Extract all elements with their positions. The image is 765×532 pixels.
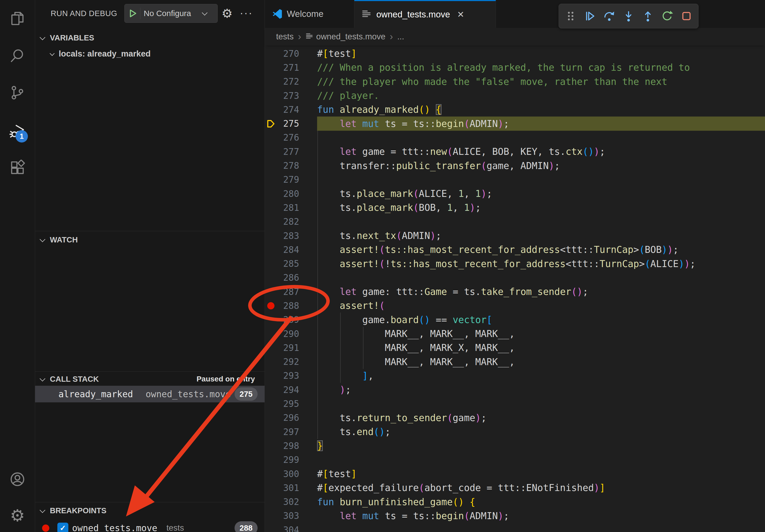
line-number[interactable]: 271 [277,62,299,73]
line-number[interactable]: 289 [277,315,299,325]
line-number[interactable]: 283 [277,231,299,241]
line-number[interactable]: 279 [277,174,299,185]
gutter[interactable] [265,47,277,61]
code-text[interactable] [317,397,765,411]
line-number[interactable]: 284 [277,245,299,255]
continue-button[interactable] [582,8,597,25]
breakpoints-section-header[interactable]: BREAKPOINTS [35,502,265,519]
gutter[interactable] [265,411,277,425]
line-number[interactable]: 296 [277,412,299,423]
gutter[interactable] [265,439,277,453]
line-number[interactable]: 272 [277,76,299,87]
explorer-icon[interactable] [9,10,26,27]
gutter[interactable] [265,509,277,523]
gutter[interactable] [265,243,277,257]
code-line[interactable]: 284 assert!(ts::has_most_recent_for_addr… [265,243,765,257]
line-number[interactable]: 298 [277,441,299,451]
code-text[interactable]: game.board() == vector[ [317,313,765,327]
code-line[interactable]: 302fun burn_unfinished_game() { [265,495,765,509]
gutter[interactable] [265,313,277,327]
code-line[interactable]: 286 [265,271,765,285]
code-line[interactable]: 274fun already_marked() { [265,103,765,117]
gutter[interactable] [265,355,277,369]
line-number[interactable]: 292 [277,357,299,367]
code-text[interactable]: /// player. [317,89,765,103]
account-icon[interactable] [9,471,26,488]
extensions-icon[interactable] [9,159,26,176]
breakpoint-row[interactable]: ✓ owned_tests.move tests 288 [35,520,265,532]
breadcrumb-item-symbol[interactable]: ... [397,32,404,42]
line-number[interactable]: 270 [277,49,299,59]
code-text[interactable]: let game: ttt::Game = ts.take_from_sende… [317,285,765,299]
line-number[interactable]: 301 [277,483,299,493]
line-number[interactable]: 304 [277,525,299,532]
line-number[interactable]: 277 [277,146,299,157]
tab-owned-tests-move[interactable]: owned_tests.move ✕ [355,0,496,28]
code-line[interactable]: 291 MARK__, MARK_X, MARK__, [265,341,765,355]
gutter[interactable] [265,229,277,243]
close-icon[interactable]: ✕ [457,9,464,20]
code-text[interactable]: /// the player who made the "false" move… [317,75,765,89]
gutter[interactable] [265,481,277,495]
code-line[interactable]: 288 assert!( [265,299,765,313]
line-number[interactable]: 286 [277,272,299,283]
line-number[interactable]: 274 [277,105,299,115]
line-number[interactable]: 275 [277,119,299,129]
line-number[interactable]: 291 [277,343,299,353]
code-line[interactable]: 272/// the player who made the "false" m… [265,75,765,89]
restart-button[interactable] [660,8,675,25]
code-line[interactable]: 301#[expected_failure(abort_code = ttt::… [265,481,765,495]
gutter[interactable] [265,285,277,299]
gutter[interactable] [265,89,277,103]
watch-section-header[interactable]: WATCH [35,231,265,248]
line-number[interactable]: 276 [277,132,299,143]
code-text[interactable]: ts.end(); [317,425,765,439]
source-control-icon[interactable] [9,84,26,101]
step-over-button[interactable] [602,8,617,25]
gutter[interactable] [265,383,277,397]
code-line[interactable]: 298} [265,439,765,453]
gutter[interactable] [265,215,277,229]
code-line[interactable]: 279 [265,173,765,187]
stack-frame-row[interactable]: already_marked owned_tests.move 275 [35,386,265,402]
gutter[interactable] [265,523,277,532]
gutter[interactable] [265,173,277,187]
gutter[interactable] [265,131,277,145]
code-line[interactable]: 278 transfer::public_transfer(game, ADMI… [265,158,765,172]
code-text[interactable]: #[expected_failure(abort_code = ttt::ENo… [317,481,765,495]
gutter[interactable] [265,425,277,439]
line-number[interactable]: 290 [277,329,299,339]
breakpoint-gutter[interactable] [265,299,277,313]
code-line[interactable]: 285 assert!(!ts::has_most_recent_for_add… [265,257,765,271]
gutter[interactable] [265,201,277,215]
line-number[interactable]: 280 [277,188,299,199]
code-text[interactable]: fun burn_unfinished_game() { [317,495,765,509]
line-number[interactable]: 295 [277,399,299,409]
code-line[interactable]: 280 ts.place_mark(ALICE, 1, 1); [265,187,765,201]
code-text[interactable]: ); [317,383,765,397]
code-text[interactable]: let mut ts = ts::begin(ADMIN); [317,117,765,131]
code-text[interactable]: ], [317,369,765,383]
code-text[interactable]: let mut ts = ts::begin(ADMIN); [317,509,765,523]
code-line[interactable]: 281 ts.place_mark(BOB, 1, 1); [265,201,765,215]
code-text[interactable] [317,453,765,467]
step-out-button[interactable] [640,8,655,25]
more-actions-icon[interactable]: ··· [239,0,254,26]
line-number[interactable]: 300 [277,469,299,479]
code-text[interactable]: MARK__, MARK__, MARK__, [317,327,765,341]
line-number[interactable]: 303 [277,511,299,521]
start-debug-icon[interactable] [128,9,138,18]
code-line[interactable]: 299 [265,453,765,467]
settings-gear-icon[interactable]: ⚙ [9,507,26,524]
code-text[interactable]: fun already_marked() { [317,103,765,117]
debug-settings-gear-icon[interactable]: ⚙ [220,0,235,27]
code-text[interactable] [317,271,765,285]
gutter[interactable] [265,103,277,117]
code-line[interactable]: 277 let game = ttt::new(ALICE, BOB, KEY,… [265,145,765,158]
code-line[interactable]: 296 ts.return_to_sender(game); [265,411,765,425]
code-line[interactable]: 297 ts.end(); [265,425,765,439]
gutter[interactable] [265,158,277,172]
gutter[interactable] [265,61,277,75]
code-line[interactable]: 295 [265,397,765,411]
code-text[interactable]: ts.place_mark(BOB, 1, 1); [317,201,765,215]
